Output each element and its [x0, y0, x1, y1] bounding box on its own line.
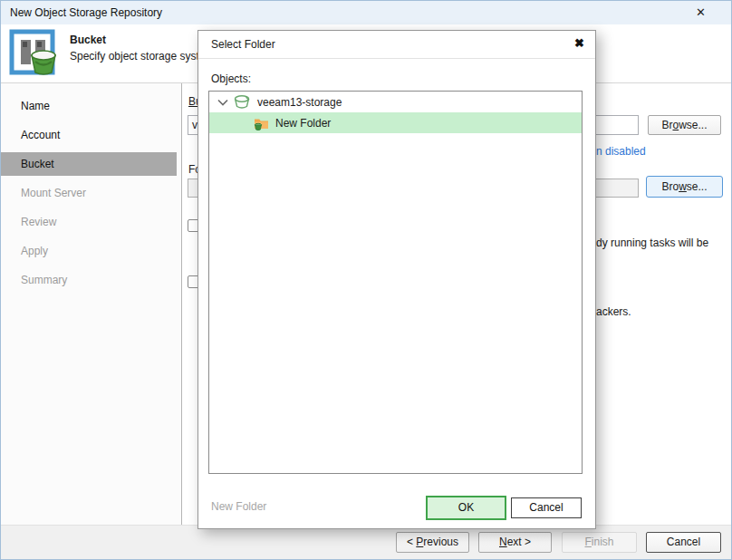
- tree-item-label: New Folder: [275, 117, 331, 130]
- browse-folder-button[interactable]: Browse...: [646, 176, 723, 198]
- chevron-down-icon[interactable]: [217, 96, 229, 109]
- window-close-icon[interactable]: ✕: [696, 5, 706, 19]
- sidebar-item-account[interactable]: Account: [1, 123, 181, 147]
- dialog-close-icon[interactable]: ✖: [574, 36, 584, 50]
- wizard-steps-sidebar: Name Account Bucket Mount Server Review …: [1, 83, 182, 526]
- new-folder-button: New Folder: [211, 500, 266, 513]
- sidebar-item-apply: Apply: [1, 239, 181, 263]
- ok-button[interactable]: OK: [426, 496, 506, 520]
- browse-bucket-button[interactable]: Browse...: [648, 115, 721, 135]
- select-folder-dialog: Select Folder ✖ Objects: veeam13-storage: [197, 30, 596, 529]
- step-title: Bucket: [70, 34, 106, 46]
- window-titlebar: New Object Storage Repository ✕: [1, 1, 731, 24]
- tree-item-new-folder[interactable]: New Folder: [209, 112, 582, 133]
- objects-label: Objects:: [211, 72, 251, 85]
- tree-item-label: veeam13-storage: [257, 96, 342, 109]
- dialog-title: Select Folder: [211, 38, 275, 51]
- next-button[interactable]: Next >: [478, 532, 552, 553]
- sidebar-item-summary: Summary: [1, 268, 181, 292]
- sidebar-item-review: Review: [1, 210, 181, 234]
- hackers-text-fragment: ackers.: [596, 305, 631, 318]
- window-title: New Object Storage Repository: [10, 6, 162, 19]
- step-subtitle: Specify object storage system: [70, 50, 214, 63]
- wizard-footer: < Previous Next > Finish Cancel: [1, 525, 731, 559]
- versioning-link-fragment[interactable]: n disabled: [596, 145, 646, 158]
- finish-button: Finish: [562, 532, 637, 553]
- cancel-button[interactable]: Cancel: [646, 532, 721, 553]
- previous-button[interactable]: < Previous: [396, 532, 469, 553]
- sidebar-item-mount-server: Mount Server: [1, 181, 181, 205]
- tasks-text-fragment: dy running tasks will be: [596, 237, 708, 249]
- objects-tree[interactable]: veeam13-storage New Folder: [208, 91, 583, 474]
- sidebar-item-bucket[interactable]: Bucket: [1, 152, 177, 176]
- new-object-storage-repository-window: New Object Storage Repository ✕ Bucket S…: [0, 0, 732, 560]
- dialog-cancel-button[interactable]: Cancel: [511, 497, 582, 518]
- folder-bucket-icon: [254, 116, 269, 130]
- sidebar-item-name[interactable]: Name: [1, 94, 181, 118]
- dialog-title-divider: [198, 58, 595, 59]
- object-storage-bucket-icon: [8, 29, 66, 78]
- bucket-icon: [234, 94, 251, 110]
- tree-item-storage-root[interactable]: veeam13-storage: [209, 92, 582, 112]
